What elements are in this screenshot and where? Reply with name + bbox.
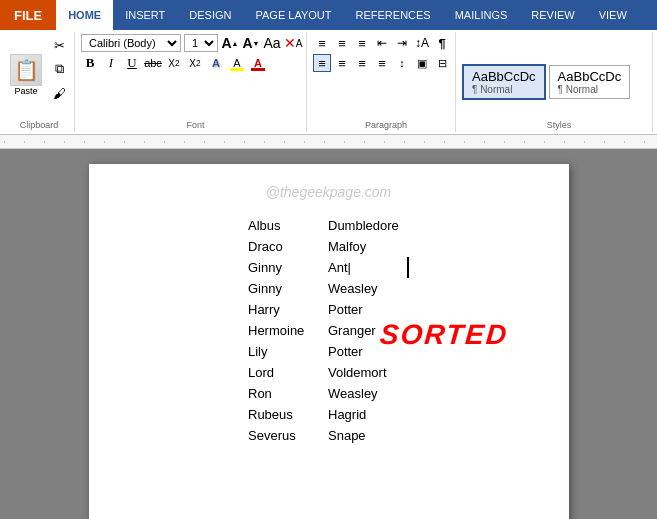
tab-view[interactable]: VIEW bbox=[587, 0, 639, 30]
format-painter-button[interactable]: 🖌 bbox=[48, 82, 70, 104]
strikethrough-button[interactable]: abc bbox=[144, 54, 162, 72]
last-name-cell: Dumbledore bbox=[328, 215, 408, 236]
change-case-button[interactable]: Aa bbox=[263, 34, 281, 52]
tab-references[interactable]: REFERENCES bbox=[344, 0, 443, 30]
table-row: RubeusHagrid bbox=[248, 404, 408, 425]
clipboard-label: Clipboard bbox=[4, 120, 74, 130]
first-name-cell: Harry bbox=[248, 299, 328, 320]
sort-button[interactable]: ↕A bbox=[413, 34, 431, 52]
first-name-cell: Hermoine bbox=[248, 320, 328, 341]
style-normal[interactable]: AaBbCcDc ¶ Normal bbox=[462, 64, 546, 100]
clipboard-group: 📋 Paste ✂ ⧉ 🖌 Clipboard bbox=[4, 32, 75, 132]
table-row: RonWeasley bbox=[248, 383, 408, 404]
last-name-cell: Potter bbox=[328, 299, 408, 320]
last-name-cell: Malfoy bbox=[328, 236, 408, 257]
font-family-selector[interactable]: Calibri (Body) Arial Times New Roman bbox=[81, 34, 181, 52]
font-size-selector[interactable]: 8 10 12 14 16 18 24 36 48 72 bbox=[184, 34, 218, 52]
tab-insert[interactable]: INSERT bbox=[113, 0, 177, 30]
last-name-cell: Ant| bbox=[328, 257, 408, 278]
font-color-button[interactable]: A bbox=[249, 54, 267, 72]
document-area: @thegeekpage.com AlbusDumbledoreDracoMal… bbox=[0, 149, 657, 519]
table-row: GinnyAnt| bbox=[248, 257, 408, 278]
styles-row: AaBbCcDc ¶ Normal AaBbCcDc ¶ Normal bbox=[462, 34, 648, 130]
table-row: SeverusSnape bbox=[248, 425, 408, 446]
clear-formatting-button[interactable]: ✕A bbox=[284, 34, 302, 52]
shading-button[interactable]: ▣ bbox=[413, 54, 431, 72]
page: @thegeekpage.com AlbusDumbledoreDracoMal… bbox=[89, 164, 569, 519]
line-spacing-button[interactable]: ↕ bbox=[393, 54, 411, 72]
show-formatting-button[interactable]: ¶ bbox=[433, 34, 451, 52]
table-row: AlbusDumbledore bbox=[248, 215, 408, 236]
numbered-list-button[interactable]: ≡ bbox=[333, 34, 351, 52]
tab-mailings[interactable]: MAILINGS bbox=[443, 0, 520, 30]
paste-label: Paste bbox=[14, 86, 37, 96]
decrease-indent-button[interactable]: ⇤ bbox=[373, 34, 391, 52]
para-row1: ≡ ≡ ≡ ⇤ ⇥ ↕A ¶ bbox=[313, 34, 451, 52]
paragraph-group: ≡ ≡ ≡ ⇤ ⇥ ↕A ¶ ≡ ≡ ≡ ≡ ↕ ▣ ⊟ Paragraph bbox=[309, 32, 456, 132]
copy-button[interactable]: ⧉ bbox=[48, 58, 70, 80]
align-left-button[interactable]: ≡ bbox=[313, 54, 331, 72]
first-name-cell: Lily bbox=[248, 341, 328, 362]
increase-font-button[interactable]: A▲ bbox=[221, 34, 239, 52]
align-center-button[interactable]: ≡ bbox=[333, 54, 351, 72]
first-name-cell: Draco bbox=[248, 236, 328, 257]
bold-button[interactable]: B bbox=[81, 54, 99, 72]
tab-design[interactable]: DESIGN bbox=[177, 0, 243, 30]
ribbon: FILE HOME INSERT DESIGN PAGE LAYOUT REFE… bbox=[0, 0, 657, 30]
font-row1: Calibri (Body) Arial Times New Roman 8 1… bbox=[81, 34, 302, 52]
watermark: @thegeekpage.com bbox=[129, 184, 529, 200]
ribbon-toolbar: 📋 Paste ✂ ⧉ 🖌 Clipboard Calibri (Body) A… bbox=[0, 30, 657, 135]
borders-button[interactable]: ⊟ bbox=[433, 54, 451, 72]
first-name-cell: Severus bbox=[248, 425, 328, 446]
style-no-spacing[interactable]: AaBbCcDc ¶ Normal bbox=[549, 65, 631, 99]
paste-button[interactable]: 📋 Paste bbox=[8, 52, 44, 98]
decrease-font-button[interactable]: A▼ bbox=[242, 34, 260, 52]
first-name-cell: Ginny bbox=[248, 278, 328, 299]
tab-page-layout[interactable]: PAGE LAYOUT bbox=[244, 0, 344, 30]
increase-indent-button[interactable]: ⇥ bbox=[393, 34, 411, 52]
text-effects-button[interactable]: A bbox=[207, 54, 225, 72]
file-tab[interactable]: FILE bbox=[0, 0, 56, 30]
justify-button[interactable]: ≡ bbox=[373, 54, 391, 72]
tab-review[interactable]: REVIEW bbox=[519, 0, 586, 30]
table-row: DracoMalfoy bbox=[248, 236, 408, 257]
tab-home[interactable]: HOME bbox=[56, 0, 113, 30]
paragraph-group-label: Paragraph bbox=[313, 120, 459, 130]
sorted-stamp: SORTED bbox=[379, 319, 510, 351]
ribbon-tabs: FILE HOME INSERT DESIGN PAGE LAYOUT REFE… bbox=[0, 0, 657, 30]
align-right-button[interactable]: ≡ bbox=[353, 54, 371, 72]
superscript-button[interactable]: X2 bbox=[186, 54, 204, 72]
table-row: LordVoldemort bbox=[248, 362, 408, 383]
font-row2: B I U abc X2 X2 A A A bbox=[81, 54, 302, 72]
font-group: Calibri (Body) Arial Times New Roman 8 1… bbox=[77, 32, 307, 132]
last-name-cell: Weasley bbox=[328, 383, 408, 404]
first-name-cell: Ginny bbox=[248, 257, 328, 278]
ruler bbox=[0, 135, 657, 149]
first-name-cell: Albus bbox=[248, 215, 328, 236]
first-name-cell: Lord bbox=[248, 362, 328, 383]
styles-group-label: Styles bbox=[462, 120, 656, 130]
italic-button[interactable]: I bbox=[102, 54, 120, 72]
table-row: HarryPotter bbox=[248, 299, 408, 320]
paste-icon: 📋 bbox=[10, 54, 42, 86]
underline-button[interactable]: U bbox=[123, 54, 141, 72]
font-group-label: Font bbox=[81, 120, 310, 130]
multilevel-list-button[interactable]: ≡ bbox=[353, 34, 371, 52]
cut-button[interactable]: ✂ bbox=[48, 34, 70, 56]
last-name-cell: Weasley bbox=[328, 278, 408, 299]
last-name-cell: Snape bbox=[328, 425, 408, 446]
subscript-button[interactable]: X2 bbox=[165, 54, 183, 72]
para-row2: ≡ ≡ ≡ ≡ ↕ ▣ ⊟ bbox=[313, 54, 451, 72]
last-name-cell: Hagrid bbox=[328, 404, 408, 425]
first-name-cell: Ron bbox=[248, 383, 328, 404]
bullets-button[interactable]: ≡ bbox=[313, 34, 331, 52]
clipboard-small-buttons: ✂ ⧉ 🖌 bbox=[48, 34, 70, 116]
first-name-cell: Rubeus bbox=[248, 404, 328, 425]
last-name-cell: Voldemort bbox=[328, 362, 408, 383]
styles-group: AaBbCcDc ¶ Normal AaBbCcDc ¶ Normal Styl… bbox=[458, 32, 653, 132]
table-row: GinnyWeasley bbox=[248, 278, 408, 299]
text-highlight-button[interactable]: A bbox=[228, 54, 246, 72]
